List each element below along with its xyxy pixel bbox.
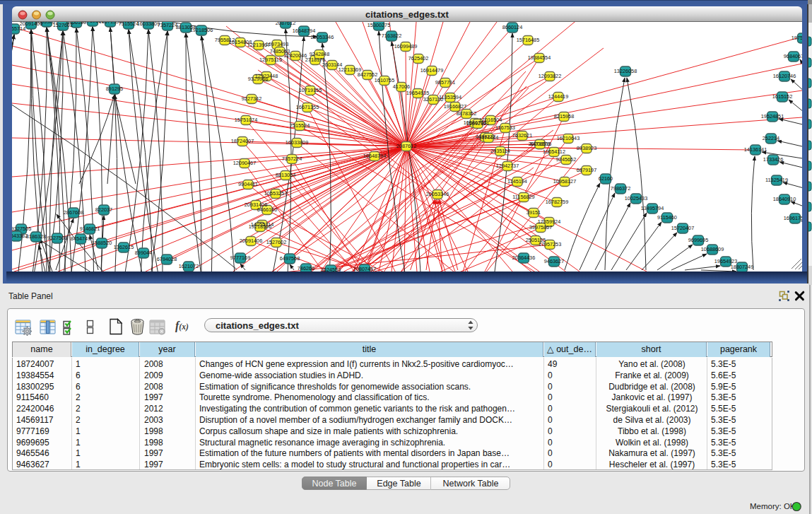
svg-text:7986372: 7986372 bbox=[611, 185, 630, 192]
svg-text:6497568: 6497568 bbox=[280, 255, 300, 262]
svg-text:8215958: 8215958 bbox=[554, 113, 574, 119]
svg-text:13226058: 13226058 bbox=[614, 68, 637, 74]
svg-text:899044: 899044 bbox=[135, 250, 152, 256]
svg-text:19384554: 19384554 bbox=[528, 54, 551, 61]
svg-text:12975115: 12975115 bbox=[259, 57, 282, 63]
svg-text:7357224: 7357224 bbox=[282, 156, 302, 162]
svg-text:12942737: 12942737 bbox=[496, 163, 519, 169]
svg-text:16120746: 16120746 bbox=[773, 73, 796, 79]
svg-text:11156829: 11156829 bbox=[512, 194, 534, 200]
svg-text:20206516: 20206516 bbox=[529, 141, 551, 147]
svg-text:9227342: 9227342 bbox=[242, 95, 261, 102]
svg-text:7515524: 7515524 bbox=[290, 122, 310, 129]
svg-text:8454749: 8454749 bbox=[71, 235, 90, 242]
svg-text:10553257: 10553257 bbox=[264, 190, 287, 197]
svg-text:8938923: 8938923 bbox=[577, 145, 596, 151]
svg-text:16648794: 16648794 bbox=[293, 28, 315, 34]
svg-text:18640910: 18640910 bbox=[773, 196, 796, 202]
svg-text:9146821: 9146821 bbox=[80, 226, 100, 232]
svg-text:9245652: 9245652 bbox=[556, 156, 576, 163]
svg-text:1588520: 1588520 bbox=[92, 240, 112, 246]
svg-text:15300275: 15300275 bbox=[367, 22, 390, 28]
svg-text:9329966: 9329966 bbox=[248, 76, 268, 82]
svg-text:746266: 746266 bbox=[298, 265, 314, 271]
svg-text:16033809: 16033809 bbox=[137, 22, 160, 27]
svg-text:10807487: 10807487 bbox=[353, 266, 376, 271]
svg-text:2935114: 2935114 bbox=[490, 148, 510, 154]
svg-text:1621072: 1621072 bbox=[179, 263, 199, 269]
svg-text:18724007: 18724007 bbox=[231, 138, 254, 144]
svg-text:6466160: 6466160 bbox=[257, 206, 277, 213]
svg-text:2087612: 2087612 bbox=[396, 143, 416, 149]
svg-text:7163822: 7163822 bbox=[382, 33, 401, 39]
svg-text:10719155: 10719155 bbox=[299, 87, 322, 93]
svg-text:2087612: 2087612 bbox=[276, 22, 295, 26]
svg-text:8878352: 8878352 bbox=[457, 110, 476, 117]
svg-text:9777169: 9777169 bbox=[230, 255, 250, 261]
svg-text:15751074: 15751074 bbox=[235, 117, 257, 123]
svg-text:9857791: 9857791 bbox=[435, 79, 455, 86]
svg-text:10973493: 10973493 bbox=[266, 41, 288, 47]
svg-text:8186328: 8186328 bbox=[26, 233, 46, 240]
svg-text:16782759: 16782759 bbox=[546, 199, 568, 205]
svg-text:9904411: 9904411 bbox=[238, 181, 258, 187]
svg-text:39151: 39151 bbox=[526, 209, 541, 216]
svg-text:7625402: 7625402 bbox=[408, 55, 428, 62]
svg-text:9474444: 9474444 bbox=[478, 134, 498, 141]
svg-text:10654112: 10654112 bbox=[543, 148, 565, 155]
svg-text:3624554: 3624554 bbox=[321, 267, 341, 271]
svg-text:1167533: 1167533 bbox=[495, 124, 515, 131]
svg-text:16914479: 16914479 bbox=[420, 67, 443, 74]
svg-text:15716485: 15716485 bbox=[517, 37, 539, 43]
svg-text:20091406: 20091406 bbox=[240, 238, 262, 244]
svg-text:20053346: 20053346 bbox=[311, 34, 334, 40]
svg-text:19166827: 19166827 bbox=[444, 103, 466, 110]
svg-text:417006: 417006 bbox=[393, 83, 410, 90]
svg-text:1244419: 1244419 bbox=[548, 93, 568, 100]
svg-text:9463627: 9463627 bbox=[544, 258, 564, 264]
svg-text:8660124: 8660124 bbox=[502, 24, 522, 30]
svg-text:1615152: 1615152 bbox=[772, 93, 792, 100]
svg-text:891295: 891295 bbox=[106, 86, 123, 92]
svg-text:18807249: 18807249 bbox=[731, 264, 753, 270]
svg-text:7357224: 7357224 bbox=[158, 22, 177, 28]
svg-text:12093822: 12093822 bbox=[539, 73, 561, 79]
svg-text:17957253: 17957253 bbox=[539, 241, 561, 247]
svg-text:17016504: 17016504 bbox=[479, 117, 502, 123]
svg-text:8813054: 8813054 bbox=[276, 172, 295, 178]
svg-text:19218506: 19218506 bbox=[190, 27, 213, 33]
svg-text:16671355: 16671355 bbox=[296, 104, 319, 110]
svg-text:1362615: 1362615 bbox=[114, 244, 134, 250]
svg-text:6879197: 6879197 bbox=[577, 167, 596, 173]
svg-text:16033809: 16033809 bbox=[286, 139, 308, 146]
svg-text:1145194: 1145194 bbox=[507, 178, 527, 185]
svg-text:822037: 822037 bbox=[95, 206, 112, 213]
svg-text:252214: 252214 bbox=[763, 135, 779, 141]
svg-text:2867608: 2867608 bbox=[64, 209, 83, 216]
svg-text:16961758: 16961758 bbox=[784, 215, 802, 221]
svg-text:19524851: 19524851 bbox=[761, 113, 784, 119]
svg-text:12090467: 12090467 bbox=[233, 160, 256, 166]
svg-text:11325419: 11325419 bbox=[765, 177, 788, 183]
svg-text:9115460: 9115460 bbox=[657, 214, 677, 221]
svg-text:62160: 62160 bbox=[599, 175, 613, 182]
svg-text:16210643: 16210643 bbox=[557, 135, 579, 141]
svg-text:19218506: 19218506 bbox=[249, 223, 271, 230]
svg-text:9242848: 9242848 bbox=[310, 51, 329, 57]
svg-text:7515524: 7515524 bbox=[119, 22, 139, 27]
svg-text:20053346: 20053346 bbox=[426, 191, 449, 197]
svg-text:1733426: 1733426 bbox=[763, 156, 783, 163]
svg-text:10025433: 10025433 bbox=[625, 195, 647, 201]
svg-text:22420046: 22420046 bbox=[284, 52, 307, 59]
svg-text:10958127: 10958127 bbox=[553, 178, 576, 185]
svg-text:20364436: 20364436 bbox=[512, 255, 535, 261]
svg-text:19756928: 19756928 bbox=[792, 35, 802, 41]
svg-text:9684067: 9684067 bbox=[784, 53, 802, 59]
svg-text:9699695: 9699695 bbox=[688, 237, 708, 243]
svg-text:19654935: 19654935 bbox=[406, 90, 429, 96]
svg-text:1527602: 1527602 bbox=[266, 239, 286, 245]
svg-text:9327505: 9327505 bbox=[12, 226, 31, 232]
svg-text:15720407: 15720407 bbox=[671, 225, 694, 231]
svg-text:13495794: 13495794 bbox=[641, 205, 664, 211]
svg-text:11353594: 11353594 bbox=[439, 94, 461, 100]
